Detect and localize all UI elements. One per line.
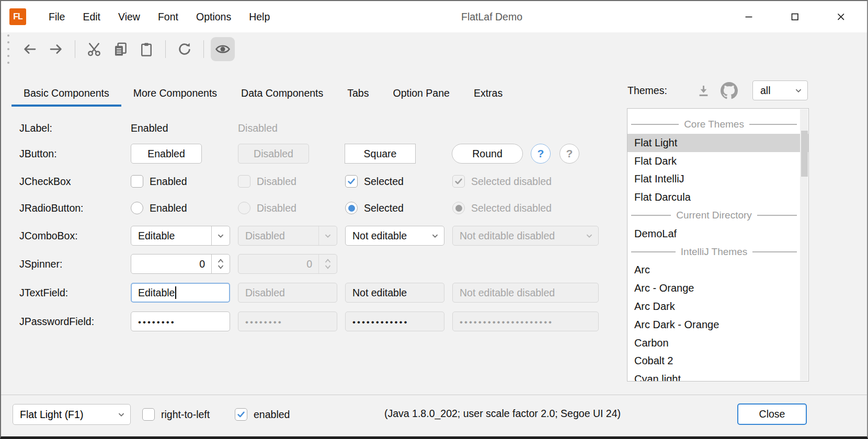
chevron-down-icon[interactable] <box>211 226 230 245</box>
minimize-icon <box>743 11 755 22</box>
passwordfield-disabled: •••••••• <box>238 311 337 331</box>
spinner-enabled[interactable]: 0 <box>131 254 230 274</box>
chevron-down-icon[interactable] <box>426 226 444 245</box>
tab-data-components[interactable]: Data Components <box>229 79 335 107</box>
toolbar <box>1 33 236 65</box>
theme-item-cyan-light[interactable]: Cyan light <box>627 370 808 382</box>
scissors-icon <box>86 41 102 57</box>
menu-options[interactable]: Options <box>187 1 240 32</box>
checkbox-selected[interactable]: Selected <box>345 175 404 188</box>
back-button[interactable] <box>18 37 42 61</box>
close-button[interactable]: Close <box>737 403 807 425</box>
jlabel-row-label: JLabel: <box>19 121 52 135</box>
radio-selected[interactable]: Selected <box>345 202 404 214</box>
theme-item-arc-orange[interactable]: Arc - Orange <box>627 279 808 297</box>
status-info-text: (Java 1.8.0_202; user scale factor 2.0; … <box>384 408 621 420</box>
radio-unselected-icon <box>238 202 250 214</box>
checkbox-checked-icon <box>235 408 247 421</box>
github-icon <box>721 82 738 99</box>
menu-edit[interactable]: Edit <box>74 1 109 32</box>
jspinner-row-label: JSpinner: <box>19 257 62 271</box>
round-button[interactable]: Round <box>452 144 523 164</box>
help-button-disabled: ? <box>559 144 579 164</box>
textfield-not-editable-disabled: Not editable disabled <box>452 283 599 303</box>
show-hidden-toggle-button[interactable] <box>211 37 235 61</box>
theme-item-cobalt-2[interactable]: Cobalt 2 <box>627 352 808 370</box>
theme-item-flat-darcula[interactable]: Flat Darcula <box>627 188 808 206</box>
checkbox-unchecked-icon <box>142 408 155 421</box>
minimize-button[interactable] <box>726 1 772 32</box>
passwordfield-editable[interactable]: •••••••• <box>131 311 230 331</box>
paste-button[interactable] <box>134 37 158 61</box>
back-arrow-icon <box>22 41 38 57</box>
jcombobox-row-label: JComboBox: <box>19 229 78 242</box>
chevron-down-icon <box>790 85 807 96</box>
theme-item-flat-intellij[interactable]: Flat IntelliJ <box>627 170 808 188</box>
enabled-checkbox[interactable]: enabled <box>235 408 290 421</box>
theme-item-arc[interactable]: Arc <box>627 261 808 279</box>
theme-filter-combobox[interactable]: all <box>752 80 808 100</box>
theme-item-flat-light[interactable]: Flat Light <box>627 134 808 152</box>
jtextfield-row-label: JTextField: <box>19 286 68 299</box>
eye-icon <box>215 41 231 57</box>
tab-option-pane[interactable]: Option Pane <box>381 79 461 107</box>
theme-group-separator: Current Directory <box>627 206 808 225</box>
combobox-editable[interactable]: Editable <box>131 226 230 246</box>
tab-tabs[interactable]: Tabs <box>335 79 381 107</box>
menu-file[interactable]: File <box>40 1 74 32</box>
jpasswordfield-row-label: JPasswordField: <box>19 315 94 328</box>
statusbar-separator <box>1 395 867 395</box>
tab-extras[interactable]: Extras <box>462 79 515 107</box>
theme-item-demolaf[interactable]: DemoLaf <box>627 225 808 243</box>
text-caret <box>175 286 176 299</box>
main-tab-bar: Basic Components More Components Data Co… <box>12 79 515 107</box>
look-and-feel-combobox[interactable]: Flat Light (F1) <box>13 404 131 425</box>
refresh-icon <box>177 41 192 57</box>
theme-item-arc-dark[interactable]: Arc Dark <box>627 297 808 316</box>
spinner-disabled: 0 <box>238 254 337 274</box>
copy-icon <box>112 41 128 57</box>
help-button-enabled[interactable]: ? <box>531 144 551 164</box>
checkbox-enabled[interactable]: Enabled <box>131 175 187 188</box>
square-button[interactable]: Square <box>345 144 416 164</box>
theme-item-carbon[interactable]: Carbon <box>627 334 808 352</box>
textfield-not-editable[interactable]: Not editable <box>345 283 444 303</box>
menu-font[interactable]: Font <box>149 1 187 32</box>
checkbox-unchecked-icon <box>131 175 143 188</box>
theme-filter-value: all <box>753 85 790 97</box>
spinner-up-down-icons <box>318 255 337 273</box>
menu-view[interactable]: View <box>109 1 149 32</box>
copy-button[interactable] <box>108 37 132 61</box>
themes-scrollbar-thumb[interactable] <box>801 131 808 177</box>
cut-button[interactable] <box>82 37 106 61</box>
spinner-up-down-icons[interactable] <box>211 255 230 273</box>
download-icon <box>696 84 711 98</box>
jcheckbox-row-label: JCheckBox <box>19 175 71 188</box>
refresh-button[interactable] <box>173 37 197 61</box>
download-theme-button[interactable] <box>696 84 711 98</box>
theme-item-flat-dark[interactable]: Flat Dark <box>627 152 808 170</box>
toolbar-separator <box>165 40 166 58</box>
tab-basic-components[interactable]: Basic Components <box>12 79 121 107</box>
passwordfield-not-editable[interactable]: •••••••••••• <box>345 311 444 331</box>
combobox-disabled: Disabled <box>238 226 337 246</box>
theme-item-arc-dark-orange[interactable]: Arc Dark - Orange <box>627 316 808 334</box>
theme-group-separator: IntelliJ Themes <box>627 243 808 261</box>
github-link-button[interactable] <box>721 82 738 99</box>
jradiobutton-row-label: JRadioButton: <box>19 201 84 215</box>
forward-button[interactable] <box>44 37 68 61</box>
right-to-left-checkbox[interactable]: right-to-left <box>142 408 210 421</box>
radio-unselected-icon <box>131 202 143 214</box>
textfield-editable[interactable]: Editable <box>131 283 230 303</box>
combobox-not-editable[interactable]: Not editable <box>345 226 444 246</box>
maximize-button[interactable] <box>772 1 818 32</box>
close-window-button[interactable] <box>818 1 864 32</box>
menu-help[interactable]: Help <box>240 1 279 32</box>
enabled-button[interactable]: Enabled <box>131 144 202 164</box>
radio-disabled: Disabled <box>238 202 296 214</box>
toolbar-separator <box>75 40 75 58</box>
radio-enabled[interactable]: Enabled <box>131 202 187 214</box>
tab-more-components[interactable]: More Components <box>121 79 229 107</box>
toolbar-grip-handle[interactable] <box>7 34 9 64</box>
jbutton-row-label: JButton: <box>19 147 57 160</box>
